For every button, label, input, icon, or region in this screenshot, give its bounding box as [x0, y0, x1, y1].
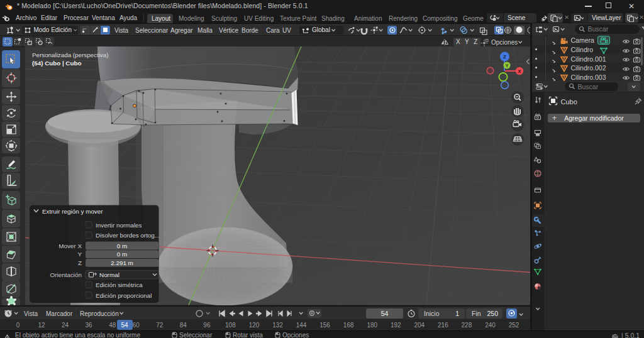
svg-text:(54) Cubo | Cubo: (54) Cubo | Cubo: [32, 60, 81, 67]
svg-text:Disolver bordes ortog...: Disolver bordes ortog...: [96, 232, 160, 239]
svg-text:X: X: [518, 68, 521, 74]
svg-text:Normal: Normal: [99, 271, 119, 278]
svg-text:Edición simétrica: Edición simétrica: [96, 281, 143, 288]
svg-text:Orientación: Orientación: [50, 271, 82, 278]
svg-text:Edición proporcional: Edición proporcional: [96, 292, 152, 299]
svg-text:0 m: 0 m: [117, 251, 127, 258]
svg-text:Personalizada (perspectiva): Personalizada (perspectiva): [32, 52, 108, 58]
svg-text:Y: Y: [506, 63, 509, 68]
svg-text:Extruir región y mover: Extruir región y mover: [42, 208, 103, 215]
svg-text:2.291 m: 2.291 m: [111, 259, 133, 266]
svg-text:Mover X: Mover X: [58, 243, 82, 249]
svg-text:0 m: 0 m: [117, 243, 127, 249]
svg-text:Y: Y: [77, 251, 82, 258]
svg-text:Z: Z: [78, 259, 82, 266]
svg-text:Invertir normales: Invertir normales: [96, 222, 142, 229]
svg-text:Z: Z: [503, 54, 506, 60]
